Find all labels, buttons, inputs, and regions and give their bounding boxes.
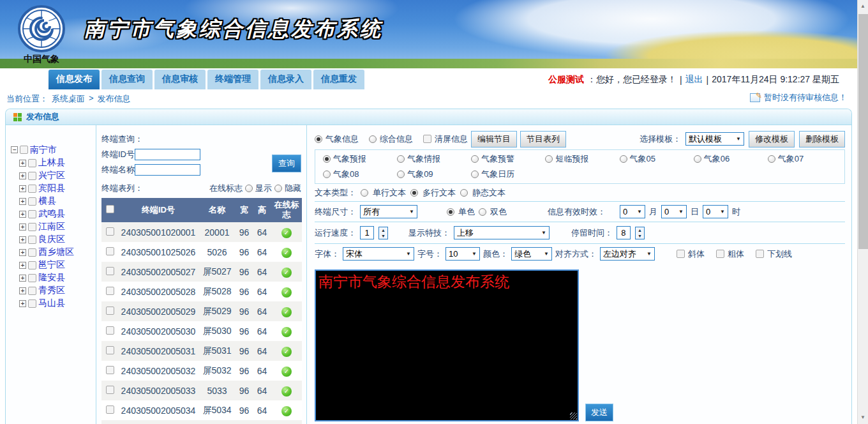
tab-info-query[interactable]: 信息查询 xyxy=(101,70,153,89)
terminal-id-input[interactable] xyxy=(135,149,200,160)
tree-checkbox[interactable] xyxy=(20,146,28,154)
edit-program-button[interactable]: 编辑节目 xyxy=(471,131,517,148)
spin-down-icon[interactable]: ▼ xyxy=(379,233,387,239)
mono-color-radio[interactable] xyxy=(447,208,454,216)
tree-checkbox[interactable] xyxy=(28,210,36,218)
fontsize-select[interactable]: 10 ▼ xyxy=(445,247,480,261)
tree-checkbox[interactable] xyxy=(28,185,36,193)
weather-type-option[interactable]: 气象05 xyxy=(620,153,694,165)
vertical-scrollbar[interactable]: ▲ ▼ xyxy=(857,0,868,424)
table-row[interactable]: 240305002005036屏50369664✓ xyxy=(101,420,302,424)
tree-checkbox[interactable] xyxy=(28,274,36,282)
single-line-radio[interactable] xyxy=(361,189,368,197)
composite-info-radio[interactable] xyxy=(369,135,377,143)
terminal-name-input[interactable] xyxy=(135,164,200,176)
tree-checkbox[interactable] xyxy=(28,287,36,295)
tree-item-hengxian[interactable]: +横县 xyxy=(19,195,96,208)
weather-type-option[interactable]: 气象08 xyxy=(323,168,397,180)
dual-color-radio[interactable] xyxy=(479,208,486,216)
stay-time-input[interactable]: 8 xyxy=(617,226,631,239)
expand-icon[interactable]: + xyxy=(19,275,26,282)
tree-label[interactable]: 青秀区 xyxy=(38,285,65,296)
row-checkbox[interactable] xyxy=(106,287,114,295)
run-speed-input[interactable]: 1 xyxy=(360,226,374,239)
tree-item-xingning[interactable]: +兴宁区 xyxy=(19,169,96,182)
expand-icon[interactable]: + xyxy=(19,211,26,218)
tree-checkbox[interactable] xyxy=(28,248,36,257)
table-row[interactable]: 240305002005027屏50279664✓ xyxy=(101,262,302,282)
show-radio[interactable] xyxy=(245,185,253,192)
tree-label[interactable]: 西乡塘区 xyxy=(38,246,74,258)
weather-type-option[interactable]: 气象09 xyxy=(397,168,471,180)
row-checkbox[interactable] xyxy=(106,366,114,374)
weather-type-option[interactable]: 气象预警 xyxy=(471,153,545,165)
tree-label[interactable]: 兴宁区 xyxy=(38,170,65,181)
tree-item-xixiangtang[interactable]: +西乡塘区 xyxy=(19,246,96,259)
clear-screen-checkbox[interactable] xyxy=(423,135,431,143)
template-select[interactable]: 默认模板 ▼ xyxy=(685,132,744,146)
weather-type-option[interactable]: 气象情报 xyxy=(397,153,471,165)
static-text-radio[interactable] xyxy=(460,189,468,197)
underline-checkbox[interactable] xyxy=(756,250,764,258)
scroll-up-icon[interactable]: ▲ xyxy=(858,1,868,11)
tree-item-longan[interactable]: +隆安县 xyxy=(19,271,96,284)
spin-up-icon[interactable]: ▲ xyxy=(636,227,644,233)
weather-type-option[interactable]: 短临预报 xyxy=(545,153,619,165)
expand-icon[interactable]: + xyxy=(19,223,26,231)
weather-type-option[interactable]: 气象06 xyxy=(694,153,768,165)
tree-checkbox[interactable] xyxy=(28,159,36,167)
tree-item-shanglin[interactable]: +上林县 xyxy=(19,156,96,169)
tree-item-jiangnan[interactable]: +江南区 xyxy=(19,220,96,233)
breadcrumb-item-desktop[interactable]: 系统桌面 xyxy=(52,93,85,105)
spin-down-icon[interactable]: ▼ xyxy=(636,233,644,239)
align-select[interactable]: 左边对齐 ▼ xyxy=(600,247,655,261)
italic-checkbox[interactable] xyxy=(677,250,685,258)
tree-item-mashan[interactable]: +马山县 xyxy=(19,297,96,310)
tree-item-yongning[interactable]: +邕宁区 xyxy=(19,259,96,271)
row-checkbox[interactable] xyxy=(106,227,114,236)
weather-type-option[interactable]: 气象日历 xyxy=(471,168,545,180)
bold-checkbox[interactable] xyxy=(716,250,724,258)
multi-line-radio[interactable] xyxy=(410,189,418,197)
table-row[interactable]: 24030500200503350339664✓ xyxy=(101,381,302,400)
collapse-icon[interactable]: − xyxy=(11,146,18,153)
expand-icon[interactable]: + xyxy=(19,236,26,243)
table-row[interactable]: 240305002005028屏50289664✓ xyxy=(101,282,302,301)
tab-terminal-manage[interactable]: 终端管理 xyxy=(207,70,258,89)
tree-item-qingxiu[interactable]: +青秀区 xyxy=(19,284,96,297)
tab-info-entry[interactable]: 信息录入 xyxy=(260,70,311,89)
tree-label[interactable]: 横县 xyxy=(38,195,56,207)
expand-icon[interactable]: + xyxy=(19,300,26,307)
table-row[interactable]: 240305002005034屏50349664✓ xyxy=(101,400,302,420)
tab-info-publish[interactable]: 信息发布 xyxy=(49,70,100,89)
tree-label[interactable]: 宾阳县 xyxy=(38,183,65,194)
tree-checkbox[interactable] xyxy=(28,172,36,180)
expand-icon[interactable]: + xyxy=(19,198,26,205)
modify-template-button[interactable]: 修改模板 xyxy=(749,131,795,148)
expand-icon[interactable]: + xyxy=(19,172,26,179)
run-speed-spinner[interactable]: ▲ ▼ xyxy=(378,227,388,239)
expand-icon[interactable]: + xyxy=(19,249,26,256)
row-checkbox[interactable] xyxy=(106,346,114,354)
tree-label[interactable]: 邕宁区 xyxy=(38,259,65,271)
tree-checkbox[interactable] xyxy=(28,261,36,269)
tree-label[interactable]: 武鸣县 xyxy=(38,208,65,220)
table-row[interactable]: 240305001020001200019664✓ xyxy=(101,222,302,242)
tree-item-wuming[interactable]: +武鸣县 xyxy=(19,208,96,220)
tree-checkbox[interactable] xyxy=(28,236,36,244)
table-row[interactable]: 240305002005029屏50299664✓ xyxy=(101,301,302,321)
send-button[interactable]: 发送 xyxy=(585,404,613,421)
logout-link[interactable]: 退出 xyxy=(685,74,703,86)
color-select[interactable]: 绿色 ▼ xyxy=(511,247,552,261)
tree-label[interactable]: 江南区 xyxy=(38,221,65,232)
tree-root-nanning[interactable]: − 南宁市 xyxy=(11,143,96,156)
expand-icon[interactable]: + xyxy=(19,185,26,192)
validity-day-select[interactable]: 0 ▼ xyxy=(661,205,687,218)
select-all-checkbox[interactable] xyxy=(106,205,114,213)
stay-time-spinner[interactable]: ▲ ▼ xyxy=(635,227,645,239)
effect-select[interactable]: 上移 ▼ xyxy=(454,226,550,239)
tree-checkbox[interactable] xyxy=(28,197,36,206)
weather-type-option[interactable]: 气象07 xyxy=(768,153,842,165)
row-checkbox[interactable] xyxy=(106,326,114,335)
tree-item-liangqing[interactable]: +良庆区 xyxy=(19,233,96,246)
